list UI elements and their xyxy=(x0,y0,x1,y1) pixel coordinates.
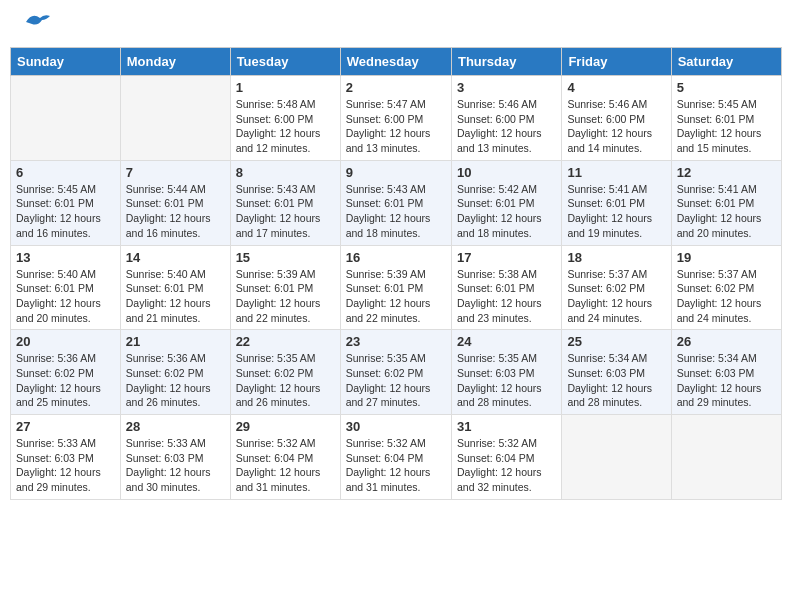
calendar-cell: 21Sunrise: 5:36 AM Sunset: 6:02 PM Dayli… xyxy=(120,330,230,415)
day-number: 19 xyxy=(677,250,776,265)
day-info: Sunrise: 5:39 AM Sunset: 6:01 PM Dayligh… xyxy=(346,267,446,326)
calendar-week-row: 27Sunrise: 5:33 AM Sunset: 6:03 PM Dayli… xyxy=(11,415,782,500)
day-info: Sunrise: 5:35 AM Sunset: 6:02 PM Dayligh… xyxy=(346,351,446,410)
day-info: Sunrise: 5:35 AM Sunset: 6:03 PM Dayligh… xyxy=(457,351,556,410)
day-number: 1 xyxy=(236,80,335,95)
day-info: Sunrise: 5:37 AM Sunset: 6:02 PM Dayligh… xyxy=(677,267,776,326)
weekday-header-saturday: Saturday xyxy=(671,48,781,76)
calendar-table: SundayMondayTuesdayWednesdayThursdayFrid… xyxy=(10,47,782,500)
day-number: 6 xyxy=(16,165,115,180)
calendar-cell: 22Sunrise: 5:35 AM Sunset: 6:02 PM Dayli… xyxy=(230,330,340,415)
calendar-cell: 17Sunrise: 5:38 AM Sunset: 6:01 PM Dayli… xyxy=(451,245,561,330)
day-number: 13 xyxy=(16,250,115,265)
day-info: Sunrise: 5:37 AM Sunset: 6:02 PM Dayligh… xyxy=(567,267,665,326)
weekday-header-sunday: Sunday xyxy=(11,48,121,76)
calendar-cell: 13Sunrise: 5:40 AM Sunset: 6:01 PM Dayli… xyxy=(11,245,121,330)
day-info: Sunrise: 5:44 AM Sunset: 6:01 PM Dayligh… xyxy=(126,182,225,241)
calendar-cell: 29Sunrise: 5:32 AM Sunset: 6:04 PM Dayli… xyxy=(230,415,340,500)
calendar-cell: 16Sunrise: 5:39 AM Sunset: 6:01 PM Dayli… xyxy=(340,245,451,330)
day-info: Sunrise: 5:34 AM Sunset: 6:03 PM Dayligh… xyxy=(677,351,776,410)
day-number: 10 xyxy=(457,165,556,180)
day-number: 29 xyxy=(236,419,335,434)
day-info: Sunrise: 5:32 AM Sunset: 6:04 PM Dayligh… xyxy=(346,436,446,495)
calendar-cell: 18Sunrise: 5:37 AM Sunset: 6:02 PM Dayli… xyxy=(562,245,671,330)
day-info: Sunrise: 5:35 AM Sunset: 6:02 PM Dayligh… xyxy=(236,351,335,410)
day-number: 4 xyxy=(567,80,665,95)
calendar-cell xyxy=(562,415,671,500)
calendar-cell: 28Sunrise: 5:33 AM Sunset: 6:03 PM Dayli… xyxy=(120,415,230,500)
calendar-cell: 26Sunrise: 5:34 AM Sunset: 6:03 PM Dayli… xyxy=(671,330,781,415)
day-number: 12 xyxy=(677,165,776,180)
day-number: 9 xyxy=(346,165,446,180)
day-number: 5 xyxy=(677,80,776,95)
calendar-cell: 31Sunrise: 5:32 AM Sunset: 6:04 PM Dayli… xyxy=(451,415,561,500)
day-info: Sunrise: 5:43 AM Sunset: 6:01 PM Dayligh… xyxy=(236,182,335,241)
calendar-cell: 8Sunrise: 5:43 AM Sunset: 6:01 PM Daylig… xyxy=(230,160,340,245)
calendar-cell xyxy=(120,76,230,161)
day-info: Sunrise: 5:46 AM Sunset: 6:00 PM Dayligh… xyxy=(457,97,556,156)
day-number: 26 xyxy=(677,334,776,349)
calendar-cell: 11Sunrise: 5:41 AM Sunset: 6:01 PM Dayli… xyxy=(562,160,671,245)
weekday-header-tuesday: Tuesday xyxy=(230,48,340,76)
calendar-cell: 20Sunrise: 5:36 AM Sunset: 6:02 PM Dayli… xyxy=(11,330,121,415)
day-info: Sunrise: 5:34 AM Sunset: 6:03 PM Dayligh… xyxy=(567,351,665,410)
day-number: 27 xyxy=(16,419,115,434)
day-number: 25 xyxy=(567,334,665,349)
logo xyxy=(20,20,52,34)
day-info: Sunrise: 5:36 AM Sunset: 6:02 PM Dayligh… xyxy=(126,351,225,410)
day-number: 14 xyxy=(126,250,225,265)
calendar-cell: 6Sunrise: 5:45 AM Sunset: 6:01 PM Daylig… xyxy=(11,160,121,245)
day-info: Sunrise: 5:47 AM Sunset: 6:00 PM Dayligh… xyxy=(346,97,446,156)
weekday-header-friday: Friday xyxy=(562,48,671,76)
day-number: 28 xyxy=(126,419,225,434)
calendar-week-row: 13Sunrise: 5:40 AM Sunset: 6:01 PM Dayli… xyxy=(11,245,782,330)
calendar-header-row: SundayMondayTuesdayWednesdayThursdayFrid… xyxy=(11,48,782,76)
calendar-cell: 12Sunrise: 5:41 AM Sunset: 6:01 PM Dayli… xyxy=(671,160,781,245)
day-number: 20 xyxy=(16,334,115,349)
calendar-cell: 3Sunrise: 5:46 AM Sunset: 6:00 PM Daylig… xyxy=(451,76,561,161)
weekday-header-wednesday: Wednesday xyxy=(340,48,451,76)
calendar-cell: 4Sunrise: 5:46 AM Sunset: 6:00 PM Daylig… xyxy=(562,76,671,161)
day-info: Sunrise: 5:33 AM Sunset: 6:03 PM Dayligh… xyxy=(16,436,115,495)
day-info: Sunrise: 5:39 AM Sunset: 6:01 PM Dayligh… xyxy=(236,267,335,326)
day-number: 16 xyxy=(346,250,446,265)
day-number: 8 xyxy=(236,165,335,180)
day-number: 31 xyxy=(457,419,556,434)
calendar-week-row: 1Sunrise: 5:48 AM Sunset: 6:00 PM Daylig… xyxy=(11,76,782,161)
day-info: Sunrise: 5:42 AM Sunset: 6:01 PM Dayligh… xyxy=(457,182,556,241)
day-number: 7 xyxy=(126,165,225,180)
day-info: Sunrise: 5:41 AM Sunset: 6:01 PM Dayligh… xyxy=(567,182,665,241)
day-number: 30 xyxy=(346,419,446,434)
calendar-cell: 24Sunrise: 5:35 AM Sunset: 6:03 PM Dayli… xyxy=(451,330,561,415)
calendar-cell: 15Sunrise: 5:39 AM Sunset: 6:01 PM Dayli… xyxy=(230,245,340,330)
calendar-week-row: 20Sunrise: 5:36 AM Sunset: 6:02 PM Dayli… xyxy=(11,330,782,415)
calendar-cell: 27Sunrise: 5:33 AM Sunset: 6:03 PM Dayli… xyxy=(11,415,121,500)
day-number: 21 xyxy=(126,334,225,349)
weekday-header-monday: Monday xyxy=(120,48,230,76)
day-number: 23 xyxy=(346,334,446,349)
day-info: Sunrise: 5:46 AM Sunset: 6:00 PM Dayligh… xyxy=(567,97,665,156)
calendar-cell: 14Sunrise: 5:40 AM Sunset: 6:01 PM Dayli… xyxy=(120,245,230,330)
day-info: Sunrise: 5:48 AM Sunset: 6:00 PM Dayligh… xyxy=(236,97,335,156)
calendar-cell: 9Sunrise: 5:43 AM Sunset: 6:01 PM Daylig… xyxy=(340,160,451,245)
weekday-header-thursday: Thursday xyxy=(451,48,561,76)
calendar-cell: 2Sunrise: 5:47 AM Sunset: 6:00 PM Daylig… xyxy=(340,76,451,161)
calendar-cell: 7Sunrise: 5:44 AM Sunset: 6:01 PM Daylig… xyxy=(120,160,230,245)
calendar-cell xyxy=(671,415,781,500)
calendar-cell: 5Sunrise: 5:45 AM Sunset: 6:01 PM Daylig… xyxy=(671,76,781,161)
calendar-cell: 23Sunrise: 5:35 AM Sunset: 6:02 PM Dayli… xyxy=(340,330,451,415)
calendar-cell: 1Sunrise: 5:48 AM Sunset: 6:00 PM Daylig… xyxy=(230,76,340,161)
day-info: Sunrise: 5:32 AM Sunset: 6:04 PM Dayligh… xyxy=(236,436,335,495)
day-info: Sunrise: 5:32 AM Sunset: 6:04 PM Dayligh… xyxy=(457,436,556,495)
day-number: 17 xyxy=(457,250,556,265)
calendar-cell: 30Sunrise: 5:32 AM Sunset: 6:04 PM Dayli… xyxy=(340,415,451,500)
page-header xyxy=(10,10,782,39)
calendar-cell: 25Sunrise: 5:34 AM Sunset: 6:03 PM Dayli… xyxy=(562,330,671,415)
day-number: 24 xyxy=(457,334,556,349)
day-number: 3 xyxy=(457,80,556,95)
day-number: 15 xyxy=(236,250,335,265)
day-info: Sunrise: 5:33 AM Sunset: 6:03 PM Dayligh… xyxy=(126,436,225,495)
calendar-cell: 19Sunrise: 5:37 AM Sunset: 6:02 PM Dayli… xyxy=(671,245,781,330)
day-number: 11 xyxy=(567,165,665,180)
day-info: Sunrise: 5:45 AM Sunset: 6:01 PM Dayligh… xyxy=(16,182,115,241)
